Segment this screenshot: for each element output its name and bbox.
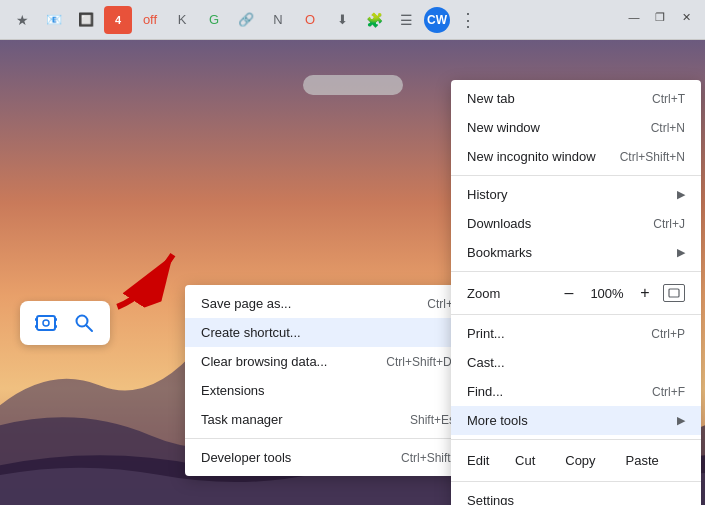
menu-item-task-manager[interactable]: Task manager Shift+Esc xyxy=(185,405,477,434)
menu-item-more-tools[interactable]: More tools ▶ xyxy=(451,406,701,435)
window-controls: — ❐ ✕ xyxy=(625,8,695,26)
separator-4 xyxy=(451,439,701,440)
search-icon[interactable] xyxy=(70,309,98,337)
url-bar xyxy=(303,75,403,95)
screenshot-icon[interactable] xyxy=(32,309,60,337)
zoom-row: Zoom – 100% + xyxy=(451,276,701,310)
menu-item-print[interactable]: Print... Ctrl+P xyxy=(451,319,701,348)
menu-item-history[interactable]: History ▶ xyxy=(451,180,701,209)
svg-rect-0 xyxy=(37,316,55,330)
zoom-in-button[interactable]: + xyxy=(633,281,657,305)
bookmark-icon[interactable]: ★ xyxy=(8,6,36,34)
ext-icon-6[interactable]: G xyxy=(200,6,228,34)
more-tools-submenu: Save page as... Ctrl+S Create shortcut..… xyxy=(185,285,477,476)
profile-avatar[interactable]: CW xyxy=(424,7,450,33)
toolbar-icons: ★ 📧 🔲 4 off K G 🔗 N O ⬇ 🧩 ☰ CW ⋮ xyxy=(8,6,697,34)
extensions-icon[interactable]: 🧩 xyxy=(360,6,388,34)
paste-button[interactable]: Paste xyxy=(612,448,673,473)
maximize-button[interactable]: ❐ xyxy=(651,8,669,26)
svg-rect-9 xyxy=(669,289,679,297)
menu-item-cast[interactable]: Cast... xyxy=(451,348,701,377)
ext-icon-4[interactable]: off xyxy=(136,6,164,34)
browser-topbar: ★ 📧 🔲 4 off K G 🔗 N O ⬇ 🧩 ☰ CW ⋮ — ❐ ✕ xyxy=(0,0,705,40)
ext-icon-10[interactable]: ⬇ xyxy=(328,6,356,34)
zoom-fullscreen-button[interactable] xyxy=(663,284,685,302)
copy-button[interactable]: Copy xyxy=(551,448,609,473)
menu-item-new-incognito[interactable]: New incognito window Ctrl+Shift+N xyxy=(451,142,701,171)
menu-item-new-window[interactable]: New window Ctrl+N xyxy=(451,113,701,142)
svg-line-7 xyxy=(87,326,93,332)
menu-item-find[interactable]: Find... Ctrl+F xyxy=(451,377,701,406)
menu-item-new-tab[interactable]: New tab Ctrl+T xyxy=(451,84,701,113)
svg-point-1 xyxy=(43,320,49,326)
more-options-icon[interactable]: ⋮ xyxy=(454,6,482,34)
svg-rect-3 xyxy=(54,318,57,321)
zoom-controls: – 100% + xyxy=(557,281,685,305)
ext-icon-8[interactable]: N xyxy=(264,6,292,34)
menu-item-create-shortcut[interactable]: Create shortcut... xyxy=(185,318,477,347)
separator-3 xyxy=(451,314,701,315)
ext-icon-5[interactable]: K xyxy=(168,6,196,34)
ext-icon-7[interactable]: 🔗 xyxy=(232,6,260,34)
ext-icon-2[interactable]: 🔲 xyxy=(72,6,100,34)
separator-1 xyxy=(451,175,701,176)
edit-row: Edit Cut Copy Paste xyxy=(451,444,701,477)
chrome-context-menu: New tab Ctrl+T New window Ctrl+N New inc… xyxy=(451,80,701,505)
menu-item-clear-browsing[interactable]: Clear browsing data... Ctrl+Shift+Del xyxy=(185,347,477,376)
ext-icon-9[interactable]: O xyxy=(296,6,324,34)
menu-item-extensions[interactable]: Extensions xyxy=(185,376,477,405)
menu-item-bookmarks[interactable]: Bookmarks ▶ xyxy=(451,238,701,267)
cut-button[interactable]: Cut xyxy=(501,448,549,473)
separator-5 xyxy=(451,481,701,482)
minimize-button[interactable]: — xyxy=(625,8,643,26)
zoom-out-button[interactable]: – xyxy=(557,281,581,305)
menu-item-downloads[interactable]: Downloads Ctrl+J xyxy=(451,209,701,238)
chrome-menu-icon[interactable]: ☰ xyxy=(392,6,420,34)
separator-2 xyxy=(451,271,701,272)
svg-rect-2 xyxy=(35,318,38,321)
close-button[interactable]: ✕ xyxy=(677,8,695,26)
menu-item-save-page[interactable]: Save page as... Ctrl+S xyxy=(185,289,477,318)
page-toolbar xyxy=(20,301,110,345)
main-content: Save page as... Ctrl+S Create shortcut..… xyxy=(0,40,705,505)
menu-item-settings[interactable]: Settings xyxy=(451,486,701,505)
menu-item-devtools[interactable]: Developer tools Ctrl+Shift+I xyxy=(185,443,477,472)
svg-rect-5 xyxy=(54,325,57,328)
more-tools-separator xyxy=(185,438,477,439)
svg-rect-4 xyxy=(35,325,38,328)
ext-icon-1[interactable]: 📧 xyxy=(40,6,68,34)
ext-icon-3[interactable]: 4 xyxy=(104,6,132,34)
